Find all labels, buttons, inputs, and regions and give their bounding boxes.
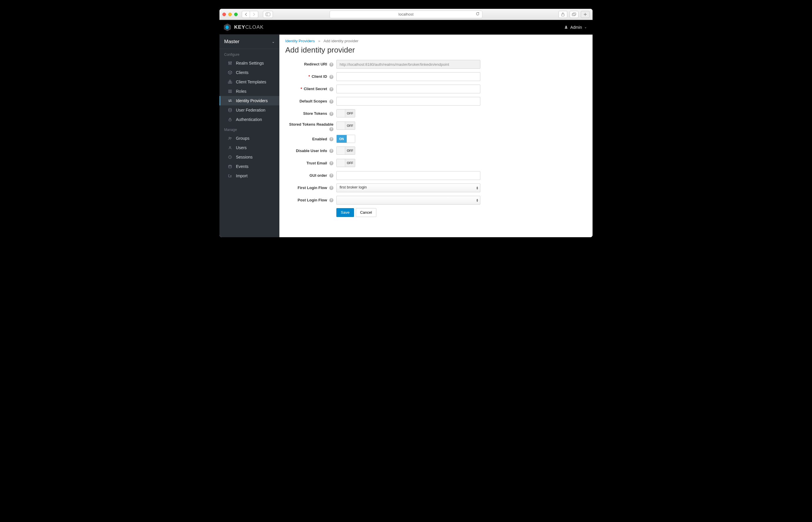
label-post-login-flow: Post Login Flow ? — [285, 196, 336, 203]
row-default-scopes: Default Scopes ? — [285, 97, 587, 106]
user-menu[interactable]: Admin ⌄ — [564, 25, 587, 29]
realm-selector[interactable]: Master ⌄ — [219, 35, 279, 49]
help-icon[interactable]: ? — [329, 75, 333, 79]
trust-email-toggle[interactable]: OFF — [336, 159, 355, 167]
browser-right-toolbar — [559, 11, 589, 18]
store-tokens-toggle[interactable]: OFF — [336, 109, 355, 117]
forward-button[interactable] — [250, 11, 258, 18]
sidebar-item-client-templates[interactable]: Client Templates — [219, 77, 279, 87]
post-login-flow-select[interactable] — [336, 196, 480, 205]
help-icon[interactable]: ? — [329, 198, 333, 202]
row-client-secret: * Client Secret ? — [285, 84, 587, 93]
manage-nav: Groups Users Sessions Events Import — [219, 134, 279, 181]
svg-point-8 — [229, 62, 229, 63]
realm-name: Master — [224, 39, 239, 45]
help-icon[interactable]: ? — [329, 62, 333, 67]
nav-buttons — [242, 11, 258, 18]
sidebar-item-groups[interactable]: Groups — [219, 134, 279, 143]
label-store-tokens: Store Tokens ? — [285, 109, 336, 116]
sidebar-item-authentication[interactable]: Authentication — [219, 115, 279, 124]
save-button[interactable]: Save — [336, 208, 354, 217]
stored-tokens-readable-toggle[interactable]: OFF — [336, 122, 355, 130]
brand-text: KEYCLOAK — [234, 24, 264, 30]
help-icon[interactable]: ? — [329, 174, 333, 178]
back-button[interactable] — [242, 11, 250, 18]
app-header: KEYCLOAK Admin ⌄ — [219, 20, 593, 35]
user-icon — [564, 25, 568, 29]
close-window-button[interactable] — [223, 13, 226, 16]
enabled-toggle[interactable]: ON — [336, 135, 355, 143]
sidebar-item-roles[interactable]: Roles — [219, 87, 279, 96]
row-enabled: Enabled ? ON — [285, 135, 587, 143]
minimize-window-button[interactable] — [228, 13, 232, 16]
help-icon[interactable]: ? — [329, 87, 333, 91]
client-secret-input[interactable] — [336, 84, 480, 93]
svg-point-16 — [229, 137, 230, 138]
svg-point-10 — [231, 62, 232, 63]
maximize-window-button[interactable] — [234, 13, 238, 16]
svg-point-17 — [230, 137, 231, 138]
sliders-icon — [228, 61, 232, 65]
breadcrumb-link-identity-providers[interactable]: Identity Providers — [285, 39, 315, 43]
share-button[interactable] — [559, 11, 567, 18]
sidebar-item-identity-providers[interactable]: Identity Providers — [219, 96, 279, 105]
help-icon[interactable]: ? — [329, 100, 333, 104]
configure-nav: Realm Settings Clients Client Templates … — [219, 58, 279, 124]
label-redirect-uri: Redirect URI ? — [285, 60, 336, 67]
row-gui-order: GUI order ? — [285, 171, 587, 180]
svg-rect-0 — [266, 13, 270, 16]
list-icon — [228, 89, 232, 93]
gui-order-input[interactable] — [336, 171, 480, 180]
sidebar-item-import[interactable]: Import — [219, 171, 279, 181]
cancel-button[interactable]: Cancel — [356, 208, 376, 217]
calendar-icon — [228, 164, 232, 168]
default-scopes-input[interactable] — [336, 97, 480, 106]
help-icon[interactable]: ? — [329, 161, 333, 165]
row-post-login-flow: Post Login Flow ? ▴▾ — [285, 196, 587, 205]
user-icon — [228, 146, 232, 150]
client-id-input[interactable] — [336, 72, 480, 81]
manage-section-label: Manage — [219, 124, 279, 134]
address-text: localhost — [398, 12, 413, 17]
clock-icon — [228, 155, 232, 159]
sidebar-item-users[interactable]: Users — [219, 143, 279, 153]
sidebar-toggle-button[interactable] — [263, 11, 273, 18]
label-enabled: Enabled ? — [285, 135, 336, 141]
browser-window: localhost KEYCLOAK — [219, 9, 593, 237]
chevron-down-icon: ⌄ — [584, 25, 587, 29]
users-icon — [228, 136, 232, 140]
tabs-button[interactable] — [569, 11, 578, 18]
brand-logo[interactable]: KEYCLOAK — [224, 23, 264, 31]
label-trust-email: Trust Email ? — [285, 159, 336, 166]
first-login-flow-select[interactable]: first broker login — [336, 183, 480, 192]
sidebar-item-sessions[interactable]: Sessions — [219, 153, 279, 162]
sidebar: Master ⌄ Configure Realm Settings Client… — [219, 35, 279, 237]
redirect-uri-input[interactable] — [336, 60, 480, 69]
label-first-login-flow: First Login Flow ? — [285, 183, 336, 190]
help-icon[interactable]: ? — [329, 149, 333, 153]
row-redirect-uri: Redirect URI ? — [285, 60, 587, 69]
help-icon[interactable]: ? — [329, 127, 333, 131]
svg-rect-3 — [572, 14, 575, 16]
label-default-scopes: Default Scopes ? — [285, 97, 336, 104]
help-icon[interactable]: ? — [329, 186, 333, 190]
sidebar-item-events[interactable]: Events — [219, 162, 279, 171]
disable-user-info-toggle[interactable]: OFF — [336, 146, 355, 155]
user-name: Admin — [570, 25, 582, 29]
import-icon — [228, 174, 232, 178]
help-icon[interactable]: ? — [329, 112, 333, 116]
svg-rect-4 — [573, 13, 576, 15]
reload-icon[interactable] — [476, 12, 480, 17]
svg-point-18 — [229, 146, 231, 148]
svg-rect-15 — [229, 119, 231, 121]
address-bar[interactable]: localhost — [330, 11, 482, 18]
row-client-id: * Client ID ? — [285, 72, 587, 81]
new-tab-button[interactable] — [581, 11, 589, 18]
sidebar-item-clients[interactable]: Clients — [219, 68, 279, 77]
label-client-secret: * Client Secret ? — [285, 84, 336, 91]
sidebar-item-realm-settings[interactable]: Realm Settings — [219, 58, 279, 68]
svg-rect-12 — [230, 82, 232, 83]
sidebar-item-user-federation[interactable]: User Federation — [219, 105, 279, 115]
help-icon[interactable]: ? — [329, 137, 333, 141]
row-trust-email: Trust Email ? OFF — [285, 159, 587, 168]
